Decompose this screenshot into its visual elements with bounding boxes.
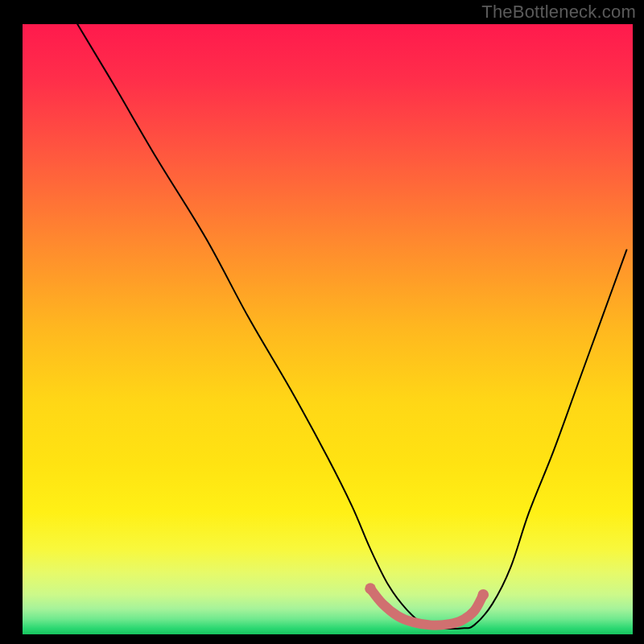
highlight-band — [370, 588, 483, 625]
chart-frame: TheBottleneck.com — [0, 0, 644, 644]
plot-area — [23, 24, 633, 634]
bottleneck-curve — [77, 24, 626, 629]
watermark-text: TheBottleneck.com — [481, 2, 636, 23]
curve-layer — [23, 24, 633, 634]
highlight-endpoint — [477, 589, 489, 601]
highlight-endpoint — [365, 583, 376, 594]
